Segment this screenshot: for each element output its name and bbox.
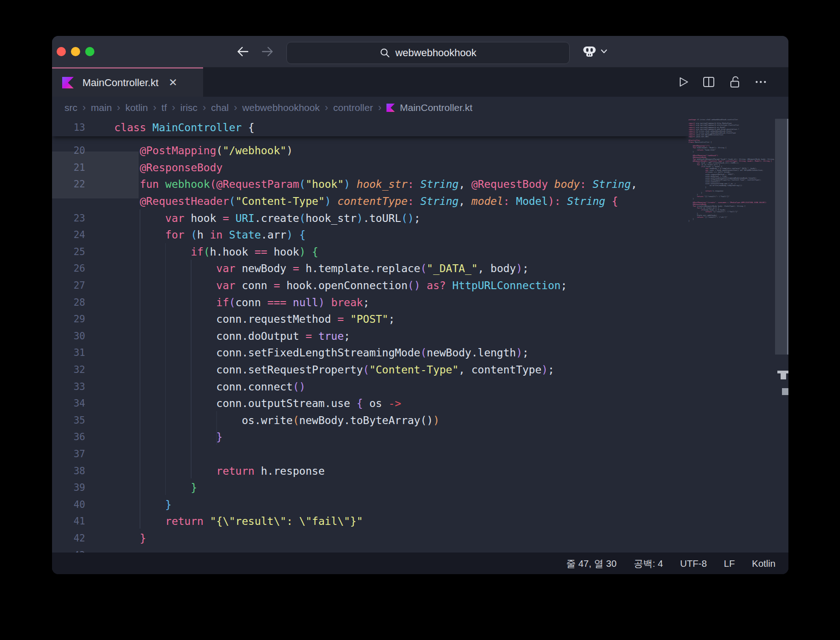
code-line[interactable]: 27 var conn = hook.openConnection() as? … [52, 277, 688, 294]
breadcrumb-item[interactable]: webwebhookhook [242, 102, 320, 113]
status-item[interactable]: Kotlin [752, 558, 776, 569]
more-actions-icon[interactable] [753, 75, 768, 89]
close-tab-icon[interactable]: ✕ [169, 77, 177, 88]
code-line[interactable]: 20 @PostMapping("/webhook") [52, 142, 688, 159]
breadcrumb-item[interactable]: controller [333, 102, 373, 113]
code-line[interactable]: 41 return "{\"result\": \"fail\"}" [52, 513, 688, 530]
breadcrumb-separator-icon: › [172, 102, 175, 114]
code-line-text: @RequestHeader("Content-Type") contentTy… [114, 195, 618, 207]
line-number: 34 [52, 398, 85, 409]
code-line[interactable]: 23 var hook = URI.create(hook_str).toURL… [52, 209, 688, 227]
scrollbar-thumb[interactable] [775, 119, 788, 355]
code-line[interactable]: 43 [52, 547, 688, 553]
breadcrumb-item[interactable]: tf [162, 102, 167, 113]
code-line[interactable]: 31 conn.setFixedLengthStreamingMode(newB… [52, 344, 688, 361]
breadcrumb-separator-icon: › [153, 102, 156, 114]
code-line[interactable]: 32 conn.setRequestProperty("Content-Type… [52, 361, 688, 378]
line-number: 33 [52, 381, 85, 392]
run-button[interactable] [676, 75, 690, 89]
code-line[interactable]: 37 [52, 446, 688, 463]
code-line-text: } [114, 482, 197, 494]
code-line[interactable]: 38 return h.response [52, 462, 688, 479]
code-line[interactable]: 36 } [52, 429, 688, 446]
breadcrumb-item[interactable]: kotlin [125, 102, 148, 113]
code-line[interactable]: 42 } [52, 530, 688, 547]
minimap-line: } [688, 220, 775, 222]
back-arrow-icon[interactable] [235, 45, 250, 58]
code-line[interactable]: 40 } [52, 496, 688, 513]
code-line[interactable]: 26 var newBody = h.template.replace("_DA… [52, 260, 688, 277]
indent-guide [216, 411, 217, 445]
status-item[interactable]: 줄 47, 열 30 [566, 557, 617, 570]
code-line-text: conn.connect() [114, 381, 305, 393]
code-line-text: } [114, 499, 172, 511]
code-line[interactable]: 24 for (h in State.arr) { [52, 227, 688, 244]
forward-arrow-icon[interactable] [260, 45, 275, 58]
code-line[interactable]: 39 } [52, 479, 688, 496]
code-line[interactable]: 22 fun webhook(@RequestParam("hook") hoo… [52, 176, 688, 193]
code-line[interactable]: 34 conn.outputStream.use { os -> [52, 395, 688, 412]
code-line[interactable]: 33 conn.connect() [52, 378, 688, 395]
tab-bar: MainController.kt ✕ [52, 67, 788, 97]
line-number: 23 [52, 213, 85, 224]
overview-ruler-mark [781, 373, 786, 379]
sticky-scroll-line[interactable]: 13class MainController { [52, 119, 688, 136]
code-line-text: conn.requestMethod = "POST"; [114, 313, 395, 325]
overview-ruler-mark [782, 388, 788, 395]
code-line[interactable]: 28 if(conn === null) break; [52, 294, 688, 311]
breadcrumb-item[interactable]: chal [211, 102, 229, 113]
code-line-text: var newBody = h.template.replace("_DATA_… [114, 262, 529, 274]
code-line[interactable]: 21 @ResponseBody [52, 159, 688, 176]
status-item[interactable]: UTF-8 [680, 558, 707, 569]
breadcrumb-item[interactable]: src [64, 102, 77, 113]
code-line[interactable]: 30 conn.doOutput = true; [52, 328, 688, 345]
code-line[interactable]: @RequestHeader("Content-Type") contentTy… [52, 193, 688, 210]
code-line[interactable]: 35 os.write(newBody.toByteArray()) [52, 412, 688, 429]
minimap[interactable]: package tf.irisc.chal.webwebhookhook.con… [688, 119, 775, 377]
unlock-icon[interactable] [728, 75, 741, 89]
search-icon [379, 47, 391, 58]
copilot-menu[interactable] [583, 45, 607, 58]
status-item[interactable]: LF [724, 558, 735, 569]
tab-maincontroller[interactable]: MainController.kt ✕ [52, 67, 203, 97]
code-line-text: @PostMapping("/webhook") [114, 145, 293, 157]
line-number: 24 [52, 229, 85, 240]
line-number: 38 [52, 465, 85, 477]
line-number: 13 [52, 122, 85, 133]
line-number: 25 [52, 246, 85, 257]
breadcrumb-separator-icon: › [82, 102, 86, 114]
copilot-icon [583, 45, 596, 58]
breadcrumb-item[interactable]: main [91, 102, 112, 113]
breadcrumb-separator-icon: › [117, 102, 120, 114]
line-number: 35 [52, 415, 85, 426]
line-number: 30 [52, 331, 85, 342]
maximize-window-button[interactable] [85, 47, 94, 56]
breadcrumb: src›main›kotlin›tf›irisc›chal›webwebhook… [52, 97, 788, 119]
breadcrumb-separator-icon: › [234, 102, 237, 114]
code-line-text: conn.setFixedLengthStreamingMode(newBody… [114, 347, 529, 359]
indent-guide [140, 209, 140, 529]
chevron-down-icon [601, 49, 607, 54]
close-window-button[interactable] [57, 47, 66, 56]
editor-window: webwebhookhook MainController.kt [52, 36, 788, 574]
indent-guide [191, 260, 192, 478]
code-line-text: } [114, 431, 222, 443]
kotlin-icon [386, 104, 395, 112]
minimize-window-button[interactable] [71, 47, 80, 56]
code-line-text: } [114, 532, 146, 544]
code-line[interactable]: 25 if(h.hook == hook) { [52, 244, 688, 261]
code-line[interactable]: 29 conn.requestMethod = "POST"; [52, 311, 688, 328]
split-editor-icon[interactable] [702, 75, 716, 89]
status-item[interactable]: 공백: 4 [634, 557, 663, 570]
breadcrumb-item[interactable]: irisc [181, 102, 198, 113]
code-line-text: class MainController { [114, 122, 255, 134]
traffic-lights [57, 47, 94, 56]
search-input[interactable]: webwebhookhook [286, 42, 570, 64]
line-number: 36 [52, 431, 85, 442]
breadcrumb-file[interactable]: MainController.kt [400, 102, 472, 113]
minimap-slider[interactable] [52, 151, 139, 198]
code-line-text: var conn = hook.openConnection() as? Htt… [114, 279, 567, 291]
code-editor[interactable]: 13class MainController { 20 @PostMapping… [52, 119, 788, 553]
line-number: 41 [52, 516, 85, 527]
code-line-text: fun webhook(@RequestParam("hook") hook_s… [114, 178, 637, 190]
